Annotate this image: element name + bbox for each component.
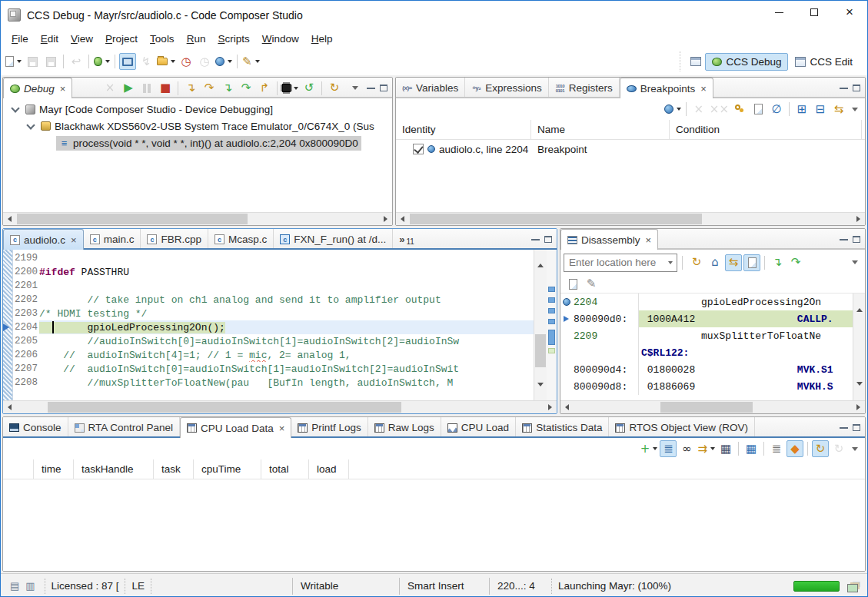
tab-audiolo-c[interactable]: caudiolo.c× [3,229,84,250]
breakpoints-horizontal-scrollbar[interactable] [396,212,865,225]
connect-target-button[interactable] [119,53,136,70]
column-header-condition[interactable]: Condition [670,120,862,139]
filter-button[interactable]: ⇉ [697,440,716,457]
code-line[interactable]: 2207 // audioInSwitch[0]=audioInSwitch[1… [13,362,534,376]
view-menu-icon[interactable] [852,260,858,264]
close-icon[interactable]: × [646,234,652,246]
open-perspective-button[interactable] [687,53,704,70]
breakpoint-checkbox[interactable] [413,144,424,154]
menu-edit[interactable]: Edit [35,32,65,46]
dropdown-arrow-icon[interactable] [255,60,260,63]
location-input[interactable] [564,254,677,272]
collapse-all-button[interactable]: ⊟ [812,101,829,118]
code-line[interactable]: 2201 [13,279,534,293]
tab-breakpoints[interactable]: Breakpoints× [620,78,713,98]
tab-expressions[interactable]: +y₂Expressions [465,78,549,98]
minimize-view-icon[interactable] [840,426,848,429]
dropdown-arrow-icon[interactable] [17,60,22,63]
menu-scripts[interactable]: Scripts [211,32,255,46]
tab-debug[interactable]: Debug× [3,78,72,98]
column-header-cputime[interactable]: cpuTime [194,459,261,479]
expand-all-button[interactable]: ⊞ [793,101,810,118]
tab-printf-logs[interactable]: Printf Logs [291,417,368,438]
close-icon[interactable]: × [71,234,77,246]
restart-button[interactable]: ↺ [301,80,318,97]
dropdown-arrow-icon[interactable] [171,60,175,63]
annotation-mark[interactable] [548,287,555,292]
column-header-identity[interactable]: Identity [396,120,531,139]
view-menu-icon[interactable] [352,86,358,90]
disassembly-line[interactable]: 2209 muxSplitterToFloatNe [560,327,865,344]
new-button[interactable] [5,53,22,70]
tab-variables[interactable]: (x)=Variables [396,78,465,98]
menu-window[interactable]: Window [256,32,305,46]
menu-help[interactable]: Help [305,32,339,46]
maximize-view-icon[interactable] [544,236,552,243]
tab-mcasp-c[interactable]: cMcasp.c [208,229,274,250]
tab-fxn-f-run-at-d[interactable]: cFXN_F_run() at /d... [274,229,393,250]
record-button[interactable]: ◆ [787,440,803,457]
disassembly-line[interactable]: 800090d8: 01886069 MVKH.S [560,378,865,395]
expander-icon[interactable] [26,121,35,129]
expander-icon[interactable] [11,104,19,112]
editor-text-area[interactable]: 21992200#ifdef PASSTHRU22012202 // take … [3,250,557,400]
step-into-button[interactable]: ↴ [182,80,199,97]
minimize-view-icon[interactable] [531,238,540,240]
profile-clock-button[interactable]: ◷ [178,53,195,70]
find-button[interactable]: ∞ [678,440,695,457]
open-new-view-button[interactable] [564,276,581,293]
maximize-button[interactable] [796,1,832,24]
close-icon[interactable]: × [279,423,285,434]
pin-view-button[interactable]: ✎ [583,276,600,293]
dropdown-arrow-icon[interactable] [710,447,715,450]
columns-button[interactable]: ▦ [743,440,760,457]
tab-statistics-data[interactable]: Statistics Data [516,417,609,438]
home-button[interactable]: ⌂ [707,254,723,271]
minimize-view-icon[interactable] [840,238,848,240]
assembly-step-into-button[interactable]: ↴ [219,80,236,97]
tab-registers[interactable]: 1010 0101Registers [549,78,620,98]
refresh-button[interactable]: ↻ [326,80,343,97]
tab-cpu-load[interactable]: CPU Load [441,417,516,438]
maximize-view-icon[interactable] [380,85,387,91]
show-source-button[interactable] [743,254,760,271]
group-by-button[interactable]: ≣ [660,440,677,457]
column-header-taskhandle[interactable]: taskHandle [74,459,154,479]
link-with-debug-view-button[interactable]: ⇆ [830,101,847,118]
tab-fbr-cpp[interactable]: cFBR.cpp [141,229,208,250]
minimize-view-icon[interactable] [840,87,848,89]
menu-view[interactable]: View [65,32,99,46]
view-menu-list-button[interactable]: ≣ [768,440,785,457]
menu-tools[interactable]: Tools [144,32,181,46]
close-icon[interactable]: × [700,83,707,95]
code-line[interactable]: 2208 //muxSplitterToFloatNew(pau [BufIn … [13,376,534,390]
annotation-mark[interactable] [548,297,555,303]
show-supported-breakpoints-button[interactable] [731,101,748,118]
highlight-tool-button[interactable]: ✎ [241,53,261,70]
editor-vertical-scrollbar[interactable] [534,250,547,400]
column-header-task[interactable]: task [154,459,194,479]
code-line[interactable]: 2204 gpioLedProcessing2On(); [13,320,534,334]
maximize-view-icon[interactable] [853,424,860,431]
close-button[interactable]: × [832,1,867,24]
tab-rta-control-panel[interactable]: RTA Control Panel [68,417,181,438]
code-line[interactable]: 2205 //audioInSwitch[0]=audioInSwitch[1]… [13,334,534,348]
disassembly-listing[interactable]: 2204 gpioLedProcessing2On800090d0: 1000A… [560,294,865,400]
add-button[interactable]: + [640,440,659,457]
new-breakpoint-button[interactable] [663,101,682,118]
dropdown-arrow-icon[interactable] [228,60,232,63]
refresh-data-button[interactable]: ↻ [812,440,829,457]
disassembly-line[interactable]: C$RL122: [560,344,865,361]
view-menu-icon[interactable] [852,447,858,451]
minimize-button[interactable] [761,1,796,24]
column-header-total[interactable]: total [261,459,309,479]
dropdown-arrow-icon[interactable] [677,108,681,111]
tab-raw-logs[interactable]: Raw Logs [368,417,441,438]
terminate-button[interactable]: ■ [157,80,174,97]
skip-all-breakpoints-button[interactable]: ∅ [768,101,785,118]
disassembly-vertical-scrollbar[interactable] [853,294,865,400]
processor-button[interactable] [281,80,299,97]
menu-run[interactable]: Run [181,32,212,46]
debug-tree-item[interactable]: Blackhawk XDS560v2-USB System Trace Emul… [3,118,392,134]
disassembly-horizontal-scrollbar[interactable] [560,400,865,413]
